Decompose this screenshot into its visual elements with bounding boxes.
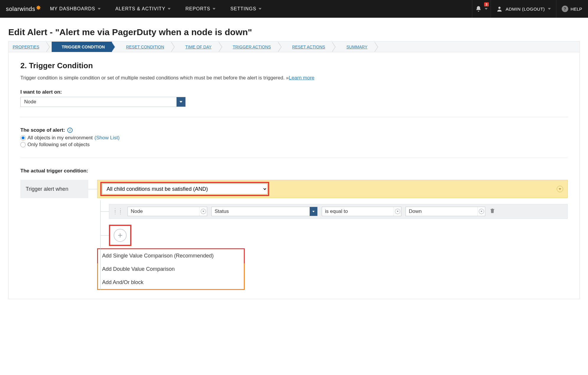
wizard-step-properties[interactable]: PROPERTIES bbox=[9, 42, 46, 52]
nav-reports[interactable]: REPORTS bbox=[185, 6, 215, 12]
nav-label: ALERTS & ACTIVITY bbox=[115, 6, 166, 12]
operator-value: is equal to bbox=[322, 208, 351, 214]
divider bbox=[20, 117, 568, 117]
wizard-step-label: TRIGGER CONDITION bbox=[62, 45, 105, 49]
wizard-steps: PROPERTIES TRIGGER CONDITION RESET CONDI… bbox=[8, 41, 580, 52]
and-group-row[interactable]: All child conditions must be satisfied (… bbox=[97, 180, 568, 198]
chevron-down-icon bbox=[479, 209, 484, 214]
operator-select[interactable]: is equal to bbox=[322, 207, 401, 216]
nav-my-dashboards[interactable]: MY DASHBOARDS bbox=[50, 6, 100, 12]
add-condition-button[interactable]: + bbox=[114, 229, 127, 242]
nav-alerts-activity[interactable]: ALERTS & ACTIVITY bbox=[115, 6, 171, 12]
trash-icon bbox=[489, 208, 495, 214]
entity-select[interactable]: Node bbox=[128, 207, 207, 216]
logo-text: solarwinds bbox=[6, 6, 35, 12]
dropdown-button[interactable] bbox=[177, 97, 185, 107]
add-condition-area: + bbox=[109, 225, 568, 246]
tree-line bbox=[100, 200, 101, 290]
scope-label: The scope of alert: i bbox=[20, 127, 568, 133]
desc-text: Trigger condition is simple condition or… bbox=[20, 75, 289, 81]
delete-row-button[interactable] bbox=[489, 208, 495, 215]
nav-label: REPORTS bbox=[185, 6, 210, 12]
nav-right: 3 ADMIN (LOGOUT) ? HELP bbox=[472, 0, 582, 18]
value-select[interactable]: Down bbox=[406, 207, 485, 216]
condition-tree: ⋮⋮⋮⋮ Node Status is equal to bbox=[97, 204, 568, 290]
highlight-frame: All child conditions must be satisfied (… bbox=[100, 182, 269, 196]
radio-icon bbox=[20, 135, 26, 141]
caret-down-icon bbox=[98, 8, 101, 10]
drag-handle-icon[interactable]: ⋮⋮⋮⋮ bbox=[113, 209, 123, 214]
plus-icon: + bbox=[118, 231, 122, 240]
connector-line bbox=[88, 180, 97, 198]
wizard-step-label: TIME OF DAY bbox=[185, 45, 211, 49]
condition-row: ⋮⋮⋮⋮ Node Status is equal to bbox=[109, 204, 568, 219]
menu-add-and-or-block[interactable]: Add And/Or block bbox=[98, 276, 244, 289]
page: Edit Alert - "Alert me via PagerDuty whe… bbox=[0, 18, 588, 305]
field-value: Status bbox=[212, 208, 232, 214]
nav-label: SETTINGS bbox=[230, 6, 256, 12]
group-mode-select[interactable]: All child conditions must be satisfied (… bbox=[102, 184, 267, 194]
caret-down-icon bbox=[485, 8, 488, 10]
condition-builder: Trigger alert when All child conditions … bbox=[20, 180, 568, 290]
chevron-sep-icon bbox=[46, 42, 52, 52]
wizard-step-reset-actions[interactable]: RESET ACTIONS bbox=[283, 42, 332, 52]
dropdown-caret bbox=[393, 207, 401, 216]
bell-icon bbox=[475, 6, 482, 12]
field-select[interactable]: Status bbox=[211, 207, 318, 216]
entity-value: Node bbox=[128, 208, 146, 214]
section-heading: 2. Trigger Condition bbox=[20, 61, 568, 70]
wizard-step-label: RESET CONDITION bbox=[126, 45, 164, 49]
alert-on-select[interactable]: Node bbox=[20, 97, 186, 107]
help-button[interactable]: ? HELP bbox=[562, 6, 582, 12]
notifications-button[interactable]: 3 bbox=[472, 0, 491, 18]
top-nav: solarwinds ✸ MY DASHBOARDS ALERTS & ACTI… bbox=[0, 0, 588, 18]
chevron-sep-icon bbox=[278, 42, 283, 52]
notification-badge: 3 bbox=[484, 2, 489, 6]
dropdown-caret bbox=[310, 207, 317, 216]
menu-add-double-value[interactable]: Add Double Value Comparison bbox=[98, 262, 244, 276]
content-panel: 2. Trigger Condition Trigger condition i… bbox=[8, 52, 580, 299]
scope-label-text: The scope of alert: bbox=[20, 127, 65, 133]
menu-add-single-value[interactable]: Add Single Value Comparison (Recommended… bbox=[97, 248, 245, 263]
wizard-step-summary[interactable]: SUMMARY bbox=[337, 42, 374, 52]
radio-label: Only following set of objects bbox=[27, 142, 90, 148]
show-list-link[interactable]: (Show List) bbox=[94, 135, 120, 141]
chevron-sep-icon bbox=[332, 42, 337, 52]
wizard-step-label: SUMMARY bbox=[346, 45, 367, 49]
page-title: Edit Alert - "Alert me via PagerDuty whe… bbox=[8, 27, 580, 37]
wizard-step-reset-condition[interactable]: RESET CONDITION bbox=[117, 42, 171, 52]
info-icon[interactable]: i bbox=[67, 128, 73, 133]
wizard-step-label: RESET ACTIONS bbox=[292, 45, 325, 49]
scope-radio-only[interactable]: Only following set of objects bbox=[20, 142, 568, 148]
alert-on-label: I want to alert on: bbox=[20, 89, 568, 95]
wizard-step-label: TRIGGER ACTIONS bbox=[233, 45, 271, 49]
wizard-step-time-of-day[interactable]: TIME OF DAY bbox=[177, 42, 218, 52]
highlight-frame: + bbox=[109, 225, 131, 246]
caret-down-icon bbox=[259, 8, 262, 10]
user-icon bbox=[496, 6, 503, 12]
scope-radio-all[interactable]: All objects in my environment (Show List… bbox=[20, 135, 568, 141]
svg-point-0 bbox=[498, 7, 500, 9]
trigger-when-label: Trigger alert when bbox=[20, 180, 88, 198]
nav-settings[interactable]: SETTINGS bbox=[230, 6, 262, 12]
radio-icon bbox=[20, 142, 26, 147]
wizard-step-trigger-condition[interactable]: TRIGGER CONDITION bbox=[52, 42, 112, 52]
help-icon: ? bbox=[562, 6, 568, 12]
wizard-step-label: PROPERTIES bbox=[13, 45, 39, 49]
wizard-step-trigger-actions[interactable]: TRIGGER ACTIONS bbox=[224, 42, 278, 52]
user-menu[interactable]: ADMIN (LOGOUT) bbox=[496, 0, 556, 18]
dropdown-caret bbox=[199, 207, 207, 216]
add-condition-menu: Add Single Value Comparison (Recommended… bbox=[97, 248, 245, 290]
value-value: Down bbox=[406, 208, 424, 214]
logo[interactable]: solarwinds ✸ bbox=[6, 5, 41, 13]
caret-down-icon bbox=[548, 8, 551, 10]
chevron-down-icon bbox=[395, 209, 400, 214]
trigger-cond-label: The actual trigger condition: bbox=[20, 168, 568, 174]
chevron-down-icon bbox=[201, 209, 206, 214]
learn-more-link[interactable]: Learn more bbox=[289, 75, 314, 81]
radio-label: All objects in my environment bbox=[27, 135, 93, 141]
chevron-sep-icon bbox=[112, 42, 117, 52]
expand-collapse-button[interactable] bbox=[557, 186, 563, 192]
caret-down-icon bbox=[213, 8, 215, 10]
divider bbox=[20, 158, 568, 158]
